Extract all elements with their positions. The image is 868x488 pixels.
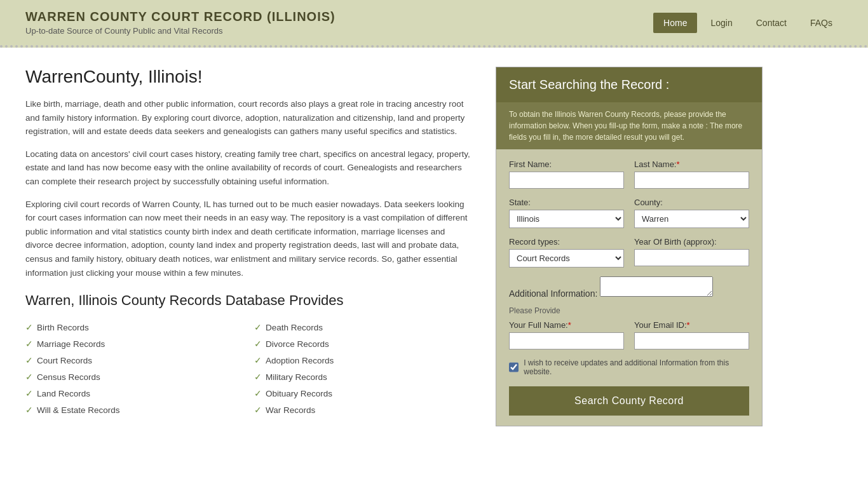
nav-login[interactable]: Login bbox=[700, 13, 742, 33]
additional-textarea[interactable] bbox=[600, 276, 713, 297]
paragraph-3: Exploring civil court records of Warren … bbox=[25, 198, 470, 280]
record-year-row: Record types: Court Records Birth Record… bbox=[509, 237, 749, 268]
checkmark-icon: ✓ bbox=[254, 405, 262, 415]
checkmark-icon: ✓ bbox=[25, 355, 33, 365]
county-label: County: bbox=[634, 198, 749, 207]
state-label: State: bbox=[509, 198, 624, 207]
paragraph-1: Like birth, marriage, death and other pu… bbox=[25, 97, 470, 139]
checkmark-icon: ✓ bbox=[254, 388, 262, 398]
full-name-input[interactable] bbox=[509, 332, 624, 349]
list-item: ✓ Death Records bbox=[254, 319, 470, 336]
last-name-label: Last Name:* bbox=[634, 159, 749, 169]
full-name-label: Your Full Name:* bbox=[509, 320, 624, 330]
record-type-group: Record types: Court Records Birth Record… bbox=[509, 237, 624, 268]
main-nav: Home Login Contact FAQs bbox=[653, 13, 843, 33]
record-label: Will & Estate Records bbox=[37, 405, 120, 415]
year-birth-label: Year Of Birth (approx): bbox=[634, 237, 749, 247]
newsletter-checkbox-row: I wish to receive updates and additional… bbox=[509, 358, 749, 376]
newsletter-label: I wish to receive updates and additional… bbox=[524, 358, 749, 376]
list-item: ✓ Military Records bbox=[254, 369, 470, 385]
state-county-row: State: Illinois Alabama Alaska Arizona A… bbox=[509, 198, 749, 228]
list-item: ✓ Census Records bbox=[25, 369, 241, 385]
last-name-group: Last Name:* bbox=[634, 159, 749, 189]
header: WARREN COUNTY COURT RECORD (ILLINOIS) Up… bbox=[0, 0, 868, 48]
checkmark-icon: ✓ bbox=[254, 372, 262, 382]
list-item: ✓ Will & Estate Records bbox=[25, 402, 241, 418]
list-item: ✓ War Records bbox=[254, 402, 470, 418]
main-container: WarrenCounty, Illinois! Like birth, marr… bbox=[0, 48, 868, 445]
state-group: State: Illinois Alabama Alaska Arizona A… bbox=[509, 198, 624, 228]
newsletter-checkbox[interactable] bbox=[509, 362, 519, 372]
full-name-group: Your Full Name:* bbox=[509, 320, 624, 349]
contact-row: Your Full Name:* Your Email ID:* bbox=[509, 320, 749, 349]
list-item: ✓ Obituary Records bbox=[254, 385, 470, 402]
last-name-input[interactable] bbox=[634, 172, 749, 189]
additional-label: Additional Information: bbox=[509, 288, 597, 299]
record-type-label: Record types: bbox=[509, 237, 624, 247]
checkmark-icon: ✓ bbox=[25, 388, 33, 398]
list-item: ✓ Court Records bbox=[25, 352, 241, 369]
checkmark-icon: ✓ bbox=[25, 339, 33, 349]
paragraph-2: Locating data on ancestors' civil court … bbox=[25, 147, 470, 189]
checkmark-icon: ✓ bbox=[25, 405, 33, 415]
additional-group: Additional Information: bbox=[509, 276, 749, 299]
list-item: ✓ Adoption Records bbox=[254, 352, 470, 369]
record-label: Birth Records bbox=[37, 323, 89, 332]
first-name-label: First Name: bbox=[509, 159, 624, 169]
record-type-select[interactable]: Court Records Birth Records Death Record… bbox=[509, 249, 624, 268]
first-name-input[interactable] bbox=[509, 172, 624, 189]
county-group: County: Warren Adams Alexander Bond bbox=[634, 198, 749, 228]
record-label: Census Records bbox=[37, 372, 100, 382]
record-label: Military Records bbox=[266, 372, 327, 382]
last-name-required: * bbox=[676, 159, 679, 169]
form-container: Start Searching the Record : To obtain t… bbox=[496, 67, 763, 426]
name-row: First Name: Last Name:* bbox=[509, 159, 749, 189]
email-required: * bbox=[687, 320, 690, 330]
county-select[interactable]: Warren Adams Alexander Bond bbox=[634, 210, 749, 228]
nav-faqs[interactable]: FAQs bbox=[800, 13, 843, 33]
record-label: Marriage Records bbox=[37, 339, 105, 349]
records-grid: ✓ Birth Records ✓ Marriage Records ✓ Cou… bbox=[25, 319, 470, 418]
page-heading: WarrenCounty, Illinois! bbox=[25, 67, 470, 87]
record-label: Divorce Records bbox=[266, 339, 329, 349]
list-item: ✓ Birth Records bbox=[25, 319, 241, 336]
site-title: WARREN COUNTY COURT RECORD (ILLINOIS) bbox=[25, 10, 336, 24]
form-title: Start Searching the Record : bbox=[496, 67, 762, 102]
email-input[interactable] bbox=[634, 332, 749, 349]
site-subtitle: Up-to-date Source of County Public and V… bbox=[25, 26, 336, 36]
search-county-record-button[interactable]: Search County Record bbox=[509, 386, 749, 416]
list-item: ✓ Divorce Records bbox=[254, 336, 470, 352]
checkmark-icon: ✓ bbox=[25, 322, 33, 332]
search-form-panel: Start Searching the Record : To obtain t… bbox=[496, 67, 763, 426]
nav-home[interactable]: Home bbox=[653, 13, 697, 33]
email-label: Your Email ID:* bbox=[634, 320, 749, 330]
list-item: ✓ Marriage Records bbox=[25, 336, 241, 352]
year-birth-group: Year Of Birth (approx): bbox=[634, 237, 749, 268]
record-label: Court Records bbox=[37, 356, 92, 365]
email-group: Your Email ID:* bbox=[634, 320, 749, 349]
year-birth-input[interactable] bbox=[634, 249, 749, 266]
record-label: Obituary Records bbox=[266, 389, 332, 398]
checkmark-icon: ✓ bbox=[25, 372, 33, 382]
checkmark-icon: ✓ bbox=[254, 322, 262, 332]
form-description: To obtain the Illinois Warren County Rec… bbox=[496, 102, 762, 149]
please-provide-text: Please Provide bbox=[509, 306, 749, 315]
checkmark-icon: ✓ bbox=[254, 355, 262, 365]
list-item: ✓ Land Records bbox=[25, 385, 241, 402]
state-select[interactable]: Illinois Alabama Alaska Arizona Arkansas… bbox=[509, 210, 624, 228]
checkmark-icon: ✓ bbox=[254, 339, 262, 349]
records-section-heading: Warren, Illinois County Records Database… bbox=[25, 292, 470, 309]
left-content: WarrenCounty, Illinois! Like birth, marr… bbox=[25, 67, 470, 426]
record-label: Land Records bbox=[37, 389, 90, 398]
record-label: Death Records bbox=[266, 323, 323, 332]
record-label: War Records bbox=[266, 405, 315, 415]
record-label: Adoption Records bbox=[266, 356, 334, 365]
nav-contact[interactable]: Contact bbox=[746, 13, 797, 33]
form-body: First Name: Last Name:* State: bbox=[496, 149, 762, 426]
first-name-group: First Name: bbox=[509, 159, 624, 189]
full-name-required: * bbox=[568, 320, 571, 330]
header-branding: WARREN COUNTY COURT RECORD (ILLINOIS) Up… bbox=[25, 10, 336, 36]
